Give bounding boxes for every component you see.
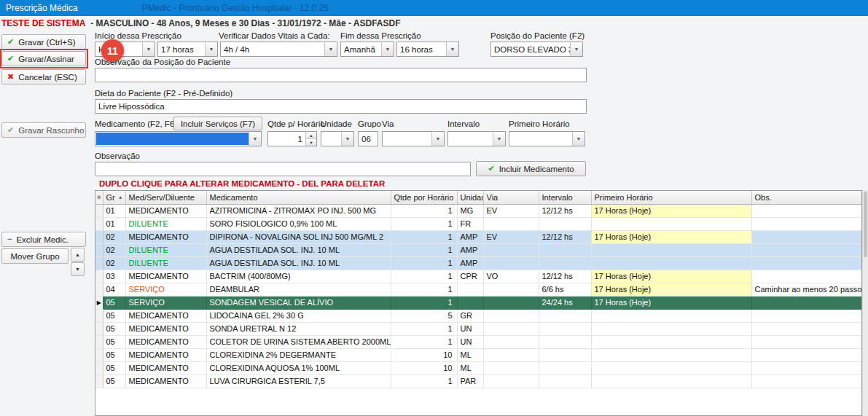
cell-via[interactable] (483, 296, 539, 309)
cell-unidade[interactable]: PAR (457, 374, 483, 388)
cell-intervalo[interactable] (539, 217, 591, 230)
col-header-med-serv-diluente[interactable]: Med/Serv/Diluente (125, 191, 206, 204)
cell-qtde[interactable]: 1 (391, 335, 457, 348)
row-indicator-cell[interactable] (95, 217, 103, 230)
col-header-intervalo[interactable]: Intervalo (539, 191, 591, 204)
cell-unidade[interactable]: AMP (457, 243, 483, 256)
cell-medicamento[interactable]: SONDA URETRAL N 12 (206, 322, 391, 335)
cell-unidade[interactable]: AMP (457, 230, 483, 243)
cell-intervalo[interactable]: 24/24 hs (539, 296, 591, 309)
cell-gr[interactable]: 05 (103, 361, 125, 374)
cell-intervalo[interactable] (539, 243, 591, 256)
cell-gr[interactable]: 02 (103, 256, 125, 270)
move-group-up-button[interactable]: ▲ (71, 248, 85, 262)
cell-intervalo[interactable]: 12/12 hs (539, 204, 591, 217)
cell-unidade[interactable]: MG (457, 204, 483, 217)
cell-qtde[interactable]: 1 (391, 296, 457, 309)
move-group-down-button[interactable]: ▼ (71, 262, 85, 276)
cell-gr[interactable]: 02 (103, 230, 125, 243)
cell-via[interactable]: EV (483, 230, 539, 243)
cell-primeiro-horario[interactable]: 17 Horas (Hoje) (591, 296, 751, 309)
cell-intervalo[interactable]: 6/6 hs (539, 283, 591, 296)
cell-primeiro-horario[interactable] (591, 243, 751, 256)
row-indicator-cell[interactable] (95, 348, 103, 361)
dropdown-arrow-icon[interactable]: ▼ (572, 132, 584, 146)
cell-unidade[interactable]: UN (457, 335, 483, 348)
down-arrow-icon[interactable]: ▼ (306, 139, 316, 146)
inicio-hora-combo[interactable]: 17 horas ▼ (157, 42, 218, 57)
cell-qtde[interactable]: 1 (391, 204, 457, 217)
cell-intervalo[interactable] (539, 374, 591, 388)
row-indicator-cell[interactable] (95, 283, 103, 296)
cell-via[interactable] (483, 348, 539, 361)
cell-qtde[interactable]: 1 (391, 322, 457, 335)
cancelar-button[interactable]: ✖ Cancelar (ESC) (1, 69, 86, 85)
obs-posicao-input[interactable] (95, 68, 587, 82)
cell-medicamento[interactable]: AGUA DESTILADA SOL. INJ. 10 ML (206, 256, 391, 270)
row-indicator-cell[interactable]: ▶ (95, 296, 103, 309)
cell-medicamento[interactable]: SONDAGEM VESICAL DE ALÍVIO (206, 296, 391, 309)
row-indicator-cell[interactable] (95, 243, 103, 256)
cell-tipo[interactable]: DILUENTE (125, 243, 206, 256)
table-row[interactable]: 05MEDICAMENTOSONDA URETRAL N 121UN (95, 322, 861, 335)
cell-intervalo[interactable] (539, 309, 591, 322)
cell-obs[interactable] (751, 335, 861, 348)
cell-intervalo[interactable] (539, 361, 591, 374)
table-row[interactable]: 05MEDICAMENTOCLOREXIDINA 2% DEGERMANTE10… (95, 348, 861, 361)
cell-qtde[interactable]: 1 (391, 374, 457, 388)
cell-tipo[interactable]: SERVIÇO (125, 283, 206, 296)
cell-via[interactable] (483, 256, 539, 270)
cell-tipo[interactable]: MEDICAMENTO (125, 309, 206, 322)
scrollbar-thumb[interactable] (864, 192, 867, 257)
row-indicator-cell[interactable] (95, 322, 103, 335)
cell-primeiro-horario[interactable] (591, 322, 751, 335)
cell-qtde[interactable]: 1 (391, 256, 457, 270)
table-row[interactable]: 04SERVIÇODEAMBULAR16/6 hs17 Horas (Hoje)… (95, 283, 861, 296)
row-indicator-cell[interactable] (95, 361, 103, 374)
cell-medicamento[interactable]: CLOREXIDINA AQUOSA 1% 100ML (206, 361, 391, 374)
cell-medicamento[interactable]: LIDOCAINA GEL 2% 30 G (206, 309, 391, 322)
cell-unidade[interactable]: GR (457, 309, 483, 322)
fim-dia-combo[interactable]: Amanhã ▼ (340, 42, 394, 57)
cell-gr[interactable]: 05 (103, 374, 125, 388)
cell-qtde[interactable]: 1 (391, 230, 457, 243)
cell-via[interactable] (483, 374, 539, 388)
cell-unidade[interactable]: AMP (457, 256, 483, 270)
cell-tipo[interactable]: MEDICAMENTO (125, 204, 206, 217)
dropdown-arrow-icon[interactable]: ▼ (570, 42, 582, 56)
col-header-via[interactable]: Via (483, 191, 539, 204)
cell-via[interactable]: EV (483, 204, 539, 217)
cell-obs[interactable] (751, 270, 861, 283)
cell-tipo[interactable]: MEDICAMENTO (125, 348, 206, 361)
cell-via[interactable] (483, 322, 539, 335)
cell-intervalo[interactable] (539, 348, 591, 361)
cell-primeiro-horario[interactable]: 17 Horas (Hoje) (591, 204, 751, 217)
cell-via[interactable] (483, 309, 539, 322)
cell-via[interactable] (483, 217, 539, 230)
cell-tipo[interactable]: DILUENTE (125, 256, 206, 270)
dropdown-arrow-icon[interactable]: ▼ (142, 42, 155, 56)
cell-gr[interactable]: 02 (103, 243, 125, 256)
table-row[interactable]: 05MEDICAMENTOLIDOCAINA GEL 2% 30 G5GR (95, 309, 861, 322)
table-row[interactable]: ▶05SERVIÇOSONDAGEM VESICAL DE ALÍVIO124/… (95, 296, 861, 309)
cell-obs[interactable] (751, 256, 861, 270)
gravar-button[interactable]: ✔ Gravar (Ctrl+S) (1, 34, 86, 50)
dropdown-arrow-icon[interactable]: ▼ (446, 42, 458, 56)
cell-medicamento[interactable]: SORO FISIOLOGICO 0,9% 100 ML (206, 217, 391, 230)
cell-obs[interactable]: Caminhar ao menos 20 passos (751, 283, 861, 296)
table-row[interactable]: 05MEDICAMENTOLUVA CIRURGICA ESTERIL 7,51… (95, 374, 861, 388)
gravar-rascunho-button[interactable]: ✔ Gravar Rascunho (1, 122, 86, 138)
cell-obs[interactable] (751, 322, 861, 335)
cell-primeiro-horario[interactable] (591, 217, 751, 230)
cell-medicamento[interactable]: LUVA CIRURGICA ESTERIL 7,5 (206, 374, 391, 388)
cell-medicamento[interactable]: AZITROMICINA - ZITROMAX PO INJ. 500 MG (206, 204, 391, 217)
cell-gr[interactable]: 04 (103, 283, 125, 296)
excluir-medic-button[interactable]: − Excluir Medic. (1, 232, 86, 247)
qtde-stepper[interactable]: 1 ▲ ▼ (267, 131, 317, 146)
observacao-input[interactable] (95, 162, 471, 176)
table-row[interactable]: 05MEDICAMENTOCOLETOR DE URINA SISTEMA AB… (95, 335, 861, 348)
dropdown-arrow-icon[interactable]: ▼ (324, 42, 337, 56)
dieta-input[interactable] (95, 99, 587, 114)
cell-gr[interactable]: 05 (103, 309, 125, 322)
dropdown-arrow-icon[interactable]: ▼ (431, 132, 444, 146)
